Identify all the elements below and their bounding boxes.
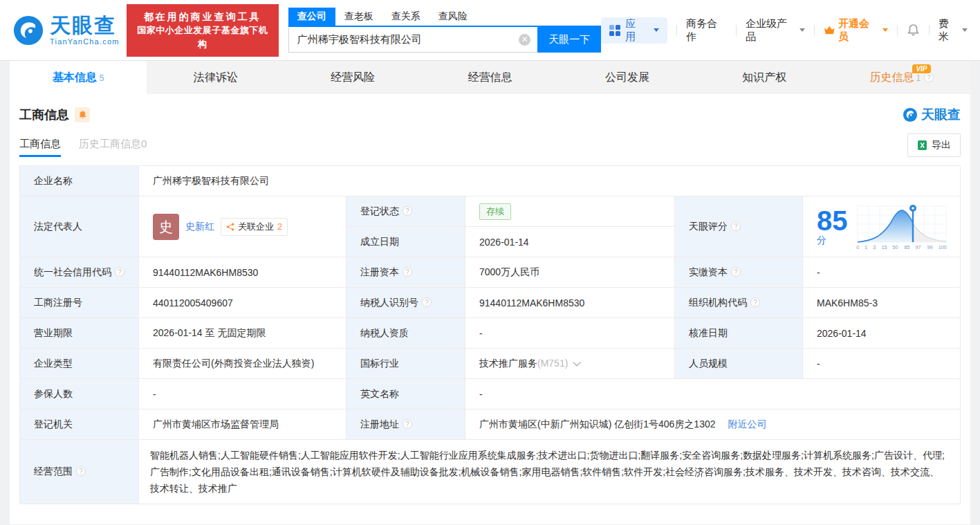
field-value-business-scope: 智能机器人销售;人工智能硬件销售;人工智能应用软件开发;人工智能行业应用系统集成…: [139, 440, 961, 504]
industry-code: (M751): [537, 358, 568, 369]
field-value-insured: -: [139, 379, 346, 409]
field-label-industry: 国标行业: [346, 349, 465, 379]
bell-icon: [78, 111, 87, 120]
field-value-org-code: MAK6HM85-3: [803, 288, 961, 318]
field-label-address: 注册地址: [346, 409, 465, 440]
subtab-business-info[interactable]: 工商信息: [19, 132, 61, 158]
field-value-reg-authority: 广州市黄埔区市场监督管理局: [139, 409, 346, 440]
field-label-company-name: 企业名称: [20, 166, 139, 196]
search-tab-company[interactable]: 查公司: [288, 8, 335, 26]
chevron-down-icon[interactable]: [573, 358, 581, 366]
search-input[interactable]: [288, 27, 538, 53]
company-detail-tabs: 基本信息5 法律诉讼 经营风险 经营信息 公司发展 知识产权 历史信息VIP1: [10, 61, 970, 94]
field-value-paid-capital: -: [803, 257, 961, 288]
notification-bell-icon[interactable]: [907, 24, 920, 37]
help-icon[interactable]: [403, 267, 412, 277]
field-value-credit-code: 91440112MAK6HM8530: [139, 257, 346, 288]
search-tab-risk[interactable]: 查风险: [429, 8, 477, 26]
table-row: 企业名称 广州稀宇极智科技有限公司: [20, 166, 961, 196]
help-icon[interactable]: [731, 267, 741, 277]
divider: [897, 25, 898, 35]
help-icon[interactable]: [403, 206, 412, 216]
field-label-insured: 参保人数: [20, 379, 139, 409]
table-row: 法定代表人 史 史新红 关联企业 2 登记状态 存: [20, 196, 961, 227]
chevron-down-icon: [882, 28, 888, 32]
field-label-reg-authority: 登记机关: [20, 409, 139, 440]
promo-banner: 都在用的商业查询工具 国家中小企业发展子基金旗下机构: [127, 4, 279, 57]
brand-name: 天眼查: [50, 15, 120, 36]
field-value-english-name: -: [465, 379, 961, 409]
help-icon[interactable]: [731, 221, 741, 231]
help-icon[interactable]: [750, 297, 760, 307]
field-label-reg-number: 工商注册号: [20, 288, 139, 318]
subscribe-bell-button[interactable]: [75, 107, 90, 122]
help-icon[interactable]: [76, 466, 86, 476]
score-value: 85: [817, 205, 848, 236]
table-row: 统一社会信用代码 91440112MAK6HM8530 注册资本 7000万人民…: [20, 257, 961, 288]
apps-label: 应用: [625, 17, 645, 44]
field-label-org-code: 组织机构代码: [675, 288, 803, 318]
divider: [676, 25, 677, 35]
field-value-taxpayer-id: 91440112MAK6HM8530: [465, 288, 675, 318]
field-label-company-type: 企业类型: [20, 349, 139, 379]
field-label-score: 天眼评分: [675, 196, 803, 257]
field-label-establish-date: 成立日期: [346, 227, 465, 257]
divider: [929, 25, 930, 35]
legal-rep-avatar[interactable]: 史: [153, 214, 179, 240]
related-companies-badge[interactable]: 关联企业 2: [221, 218, 288, 236]
legal-rep-name-link[interactable]: 史新红: [185, 221, 214, 233]
tab-legal-litigation[interactable]: 法律诉讼: [147, 61, 284, 94]
apps-menu-button[interactable]: 应用: [601, 17, 667, 44]
field-label-legal-rep: 法定代表人: [20, 196, 139, 257]
field-value-address: 广州市黄埔区(中新广州知识城) 亿创街1号406房之1302 附近公司: [465, 409, 961, 440]
help-icon[interactable]: [422, 297, 432, 307]
business-info-table: 企业名称 广州稀宇极智科技有限公司 法定代表人 史 史新红 关联企业 2: [19, 165, 961, 504]
field-label-business-term: 营业期限: [20, 318, 139, 349]
chevron-down-icon: [654, 28, 659, 32]
watermark-text: 天眼查: [921, 106, 961, 124]
table-row: 工商注册号 440112005409607 纳税人识别号 91440112MAK…: [20, 288, 961, 318]
tab-intellectual-property[interactable]: 知识产权: [696, 61, 833, 94]
tianyancha-logo[interactable]: 天眼查 TianYanCha.com: [12, 15, 120, 46]
search-tab-relation[interactable]: 查关系: [382, 8, 429, 26]
section-header: 工商信息 天眼查: [10, 94, 970, 128]
search-button[interactable]: 天眼一下: [537, 27, 601, 53]
field-value-staff-size: -: [803, 349, 961, 379]
export-button[interactable]: 导出: [907, 133, 961, 157]
field-label-taxpayer-quality: 纳税人资质: [346, 318, 465, 349]
search-tab-boss[interactable]: 查老板: [335, 8, 382, 26]
nearby-companies-link[interactable]: 附近公司: [728, 418, 766, 430]
field-value-taxpayer-quality: -: [465, 318, 675, 349]
field-value-reg-capital: 7000万人民币: [465, 257, 675, 288]
top-header: 天眼查 TianYanCha.com 都在用的商业查询工具 国家中小企业发展子基…: [0, 0, 980, 61]
tab-count: 5: [100, 73, 104, 83]
subtab-history-business-info[interactable]: 历史工商信息0: [79, 132, 147, 158]
main-content-card: 基本信息5 法律诉讼 经营风险 经营信息 公司发展 知识产权 历史信息VIP1 …: [10, 61, 970, 524]
field-label-reg-capital: 注册资本: [346, 257, 465, 288]
help-icon[interactable]: [403, 419, 412, 429]
nav-cooperation[interactable]: 商务合作: [686, 17, 727, 44]
tab-history-info[interactable]: 历史信息VIP1: [833, 61, 970, 94]
tab-basic-info[interactable]: 基本信息5: [10, 61, 147, 94]
nav-user-account[interactable]: 费米: [939, 17, 968, 44]
tab-company-development[interactable]: 公司发展: [559, 61, 696, 94]
tianyancha-logo-icon: [903, 107, 918, 122]
nav-enterprise-products[interactable]: 企业级产品: [746, 17, 805, 44]
promo-line1: 都在用的商业查询工具: [133, 10, 272, 24]
field-label-credit-code: 统一社会信用代码: [20, 257, 139, 288]
tianyancha-logo-icon: [12, 15, 44, 46]
nav-vip-membership[interactable]: 开通会员: [824, 17, 887, 44]
help-icon[interactable]: [924, 73, 934, 82]
subtabs-row: 工商信息 历史工商信息0 导出: [10, 128, 970, 158]
field-label-taxpayer-id: 纳税人识别号: [346, 288, 465, 318]
field-value-legal-rep: 史 史新红 关联企业 2: [139, 196, 346, 257]
tab-operation-risk[interactable]: 经营风险: [284, 61, 421, 94]
search-box: 查公司 查老板 查关系 查风险 ✕ 天眼一下: [288, 8, 602, 53]
vip-badge: VIP: [912, 64, 930, 73]
tab-operation-info[interactable]: 经营信息: [421, 61, 558, 94]
table-row: 登记机关 广州市黄埔区市场监督管理局 注册地址 广州市黄埔区(中新广州知识城) …: [20, 409, 961, 440]
table-row: 参保人数 - 英文名称 -: [20, 379, 961, 409]
field-value-reg-status: 存续: [465, 196, 675, 227]
help-icon[interactable]: [115, 267, 124, 277]
field-value-score: 85分: [803, 196, 961, 257]
